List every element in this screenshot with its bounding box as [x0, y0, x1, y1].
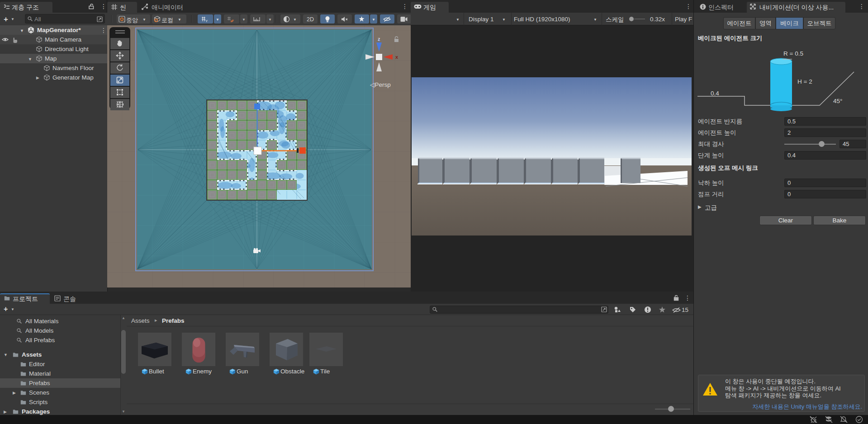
svg-text:x: x — [395, 54, 398, 60]
svg-text:45°: 45° — [833, 98, 842, 104]
svg-text:Y: Y — [205, 19, 208, 23]
svg-text:H = 2: H = 2 — [797, 78, 812, 85]
svg-text:z: z — [378, 36, 380, 42]
svg-text:R = 0.5: R = 0.5 — [783, 50, 803, 57]
svg-text:0.4: 0.4 — [711, 90, 719, 97]
svg-text:◁Persp: ◁Persp — [370, 81, 391, 88]
